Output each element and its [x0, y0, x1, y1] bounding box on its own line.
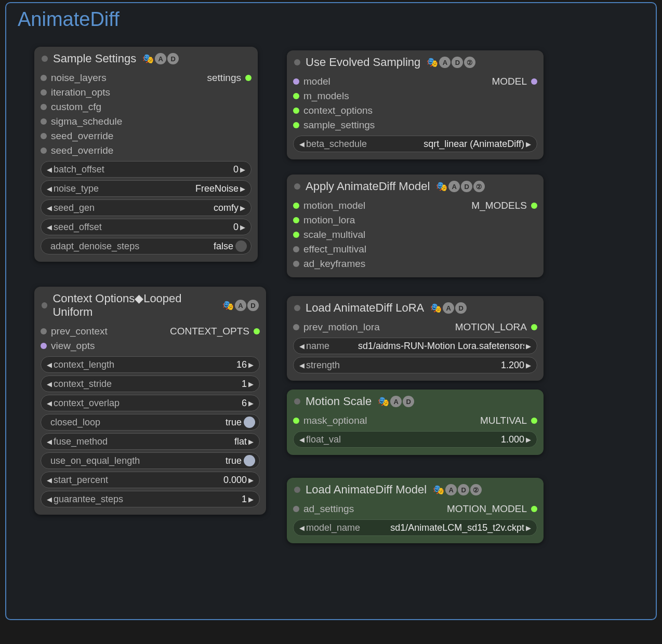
port-dot[interactable]: [531, 418, 537, 424]
node-context-options[interactable]: Context Options◆Looped Uniform 🎭 AD prev…: [34, 287, 266, 515]
node-header[interactable]: Apply AnimateDiff Model 🎭 AD②: [287, 175, 544, 197]
arrow-left-icon[interactable]: ◀: [45, 380, 54, 388]
arrow-left-icon[interactable]: ◀: [45, 476, 54, 484]
collapse-icon[interactable]: [42, 302, 47, 308]
toggle-pill[interactable]: [244, 455, 255, 466]
arrow-right-icon[interactable]: ▶: [247, 438, 255, 446]
port-dot[interactable]: [41, 343, 47, 349]
port-dot[interactable]: [41, 328, 47, 334]
port-dot[interactable]: [293, 122, 299, 128]
arrow-right-icon[interactable]: ▶: [239, 166, 247, 173]
widget-context-overlap[interactable]: ◀context_overlap6▶: [41, 395, 260, 411]
arrow-right-icon[interactable]: ▶: [247, 495, 255, 503]
arrow-right-icon[interactable]: ▶: [239, 185, 247, 193]
arrow-right-icon[interactable]: ▶: [247, 476, 255, 484]
port-dot[interactable]: [293, 203, 299, 209]
port-dot[interactable]: [254, 328, 260, 334]
arrow-left-icon[interactable]: ◀: [45, 223, 54, 231]
collapse-icon[interactable]: [294, 487, 300, 493]
port-dot[interactable]: [41, 104, 47, 110]
arrow-left-icon[interactable]: ◀: [45, 438, 54, 446]
node-motion-scale[interactable]: Motion Scale 🎭 AD mask_optional MULTIVAL…: [287, 390, 544, 455]
widget-seed-gen[interactable]: ◀ seed_gen comfy ▶: [41, 199, 251, 216]
port-dot[interactable]: [293, 418, 299, 424]
node-header[interactable]: Motion Scale 🎭 AD: [287, 390, 544, 412]
arrow-right-icon[interactable]: ▶: [524, 361, 533, 369]
toggle-pill[interactable]: [244, 417, 255, 428]
port-dot[interactable]: [531, 324, 537, 330]
port-dot[interactable]: [293, 217, 299, 223]
node-load-animatediff-lora[interactable]: Load AnimateDiff LoRA 🎭 AD prev_motion_l…: [287, 296, 544, 381]
arrow-left-icon[interactable]: ◀: [45, 361, 54, 369]
node-use-evolved-sampling[interactable]: Use Evolved Sampling 🎭 AD② model MODEL m…: [287, 50, 544, 159]
arrow-right-icon[interactable]: ▶: [247, 380, 255, 388]
widget-context-stride[interactable]: ◀context_stride1▶: [41, 375, 260, 392]
arrow-left-icon[interactable]: ◀: [45, 399, 54, 407]
arrow-left-icon[interactable]: ◀: [298, 342, 306, 350]
port-dot[interactable]: [293, 324, 299, 330]
widget-adapt-denoise[interactable]: adapt_denoise_steps false: [41, 238, 251, 254]
node-load-animatediff-model[interactable]: Load AnimateDiff Model 🎭 AD② ad_settings…: [287, 478, 544, 543]
arrow-left-icon[interactable]: ◀: [298, 524, 306, 532]
widget-use-on-equal-length[interactable]: use_on_equal_lengthtrue: [41, 452, 260, 469]
port-dot[interactable]: [41, 118, 47, 125]
widget-context-length[interactable]: ◀context_length16▶: [41, 356, 260, 373]
port-dot[interactable]: [531, 203, 537, 209]
collapse-icon[interactable]: [294, 398, 300, 405]
arrow-left-icon[interactable]: ◀: [298, 361, 306, 369]
port-dot[interactable]: [293, 506, 299, 512]
widget-lora-name[interactable]: ◀namesd1/aidms-RUN-Motion Lora.safetenso…: [293, 338, 537, 354]
node-header[interactable]: Use Evolved Sampling 🎭 AD②: [287, 50, 544, 73]
port-dot[interactable]: [41, 147, 47, 154]
widget-model-name[interactable]: ◀model_namesd1/AnimateLCM_sd15_t2v.ckpt▶: [293, 519, 537, 536]
port-dot[interactable]: [293, 108, 299, 114]
widget-seed-offset[interactable]: ◀ seed_offset 0 ▶: [41, 219, 251, 235]
port-dot[interactable]: [293, 78, 299, 85]
widget-beta-schedule[interactable]: ◀beta_schedulesqrt_linear (AnimateDiff)▶: [293, 136, 537, 152]
arrow-left-icon[interactable]: ◀: [298, 436, 306, 444]
collapse-icon[interactable]: [294, 59, 300, 65]
arrow-right-icon[interactable]: ▶: [524, 342, 533, 350]
widget-batch-offset[interactable]: ◀ batch_offset 0 ▶: [41, 161, 251, 178]
collapse-icon[interactable]: [294, 305, 300, 311]
widget-noise-type[interactable]: ◀ noise_type FreeNoise ▶: [41, 180, 251, 197]
collapse-icon[interactable]: [294, 183, 300, 190]
toggle-pill[interactable]: [235, 240, 247, 252]
node-header[interactable]: Sample Settings 🎭 AD: [34, 47, 258, 70]
port-dot[interactable]: [41, 75, 47, 81]
collapse-icon[interactable]: [42, 56, 48, 62]
port-dot[interactable]: [41, 133, 47, 139]
widget-float-val[interactable]: ◀float_val1.000▶: [293, 431, 537, 448]
port-dot[interactable]: [531, 78, 537, 85]
port-dot[interactable]: [293, 232, 299, 238]
widget-closed-loop[interactable]: closed_looptrue: [41, 414, 260, 431]
node-header[interactable]: Context Options◆Looped Uniform 🎭 AD: [34, 287, 266, 323]
arrow-left-icon[interactable]: ◀: [45, 204, 54, 212]
arrow-right-icon[interactable]: ▶: [239, 223, 247, 231]
port-dot[interactable]: [41, 89, 47, 96]
port-dot[interactable]: [531, 506, 537, 512]
arrow-left-icon[interactable]: ◀: [45, 495, 54, 503]
arrow-left-icon[interactable]: ◀: [45, 185, 54, 193]
arrow-right-icon[interactable]: ▶: [247, 399, 255, 407]
port-dot[interactable]: [245, 75, 251, 81]
port-dot[interactable]: [293, 246, 299, 252]
node-sample-settings[interactable]: Sample Settings 🎭 AD noise_layers settin…: [34, 47, 258, 262]
arrow-right-icon[interactable]: ▶: [524, 524, 533, 532]
arrow-left-icon[interactable]: ◀: [45, 166, 54, 173]
arrow-left-icon[interactable]: ◀: [298, 140, 306, 148]
widget-fuse-method[interactable]: ◀fuse_methodflat▶: [41, 433, 260, 450]
arrow-right-icon[interactable]: ▶: [239, 204, 247, 212]
arrow-right-icon[interactable]: ▶: [524, 436, 533, 444]
node-apply-animatediff-model[interactable]: Apply AnimateDiff Model 🎭 AD② motion_mod…: [287, 175, 544, 277]
port-dot[interactable]: [293, 261, 299, 267]
arrow-right-icon[interactable]: ▶: [524, 140, 533, 148]
widget-guarantee-steps[interactable]: ◀guarantee_steps1▶: [41, 491, 260, 507]
node-header[interactable]: Load AnimateDiff Model 🎭 AD②: [287, 478, 544, 501]
widget-lora-strength[interactable]: ◀strength1.200▶: [293, 357, 537, 373]
node-header[interactable]: Load AnimateDiff LoRA 🎭 AD: [287, 296, 544, 319]
port-label: model: [303, 76, 330, 87]
arrow-right-icon[interactable]: ▶: [247, 361, 255, 369]
widget-start-percent[interactable]: ◀start_percent0.000▶: [41, 472, 260, 488]
port-dot[interactable]: [293, 93, 299, 99]
